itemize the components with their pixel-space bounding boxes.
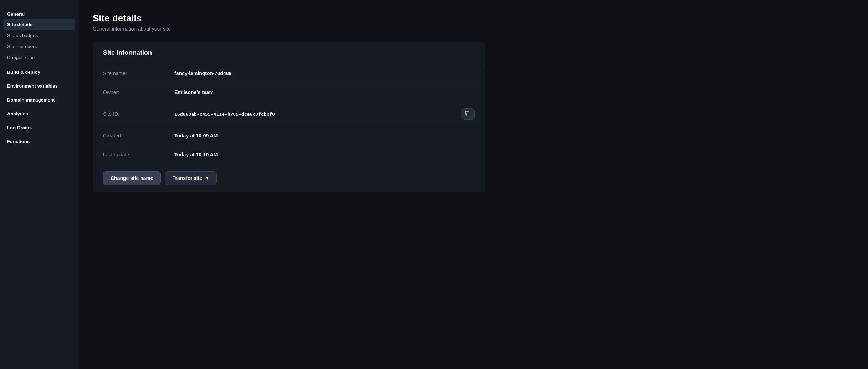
- sidebar-section-logdrains: Log Drains: [0, 122, 78, 132]
- sidebar-section-functions: Functions: [0, 136, 78, 146]
- sidebar-section-domain: Domain management: [0, 94, 78, 105]
- sidebar-section-general: General: [0, 9, 78, 19]
- sidebar-item-site-members[interactable]: Site members: [0, 41, 78, 52]
- card-title: Site information: [103, 49, 475, 57]
- info-value-site-name: fancy-lamington-73d489: [174, 71, 475, 76]
- card-actions: Change site name Transfer site ▼: [93, 164, 485, 192]
- main-content: Site details General information about y…: [78, 0, 868, 369]
- change-site-name-button[interactable]: Change site name: [103, 171, 161, 185]
- info-label-site-name: Site name:: [103, 71, 174, 76]
- site-information-card: Site information Site name: fancy-laming…: [93, 42, 485, 192]
- info-row-created: Created: Today at 10:09 AM: [93, 126, 485, 145]
- info-row-last-update: Last update: Today at 10:10 AM: [93, 145, 485, 164]
- svg-rect-0: [467, 113, 470, 116]
- info-value-created: Today at 10:09 AM: [174, 133, 475, 139]
- sidebar-item-status-badges[interactable]: Status badges: [0, 30, 78, 41]
- info-value-site-id: 16d660ab-c455-411e-b769-dce6c0fcbbf0: [174, 111, 461, 117]
- sidebar-section-build: Build & deploy: [0, 67, 78, 77]
- info-label-site-id: Site ID:: [103, 111, 174, 117]
- page-title: Site details: [93, 13, 854, 24]
- annotation-arrow: [93, 168, 100, 191]
- sidebar: General Site details Status badges Site …: [0, 0, 78, 369]
- svg-marker-1: [93, 181, 93, 188]
- copy-icon: [465, 111, 471, 117]
- sidebar-section-analytics: Analytics: [0, 108, 78, 119]
- info-label-created: Created:: [103, 133, 174, 139]
- copy-site-id-button[interactable]: [461, 108, 475, 120]
- chevron-down-icon: ▼: [205, 176, 209, 181]
- page-subtitle: General information about your site: [93, 26, 854, 32]
- info-label-owner: Owner:: [103, 89, 174, 95]
- info-value-last-update: Today at 10:10 AM: [174, 152, 475, 157]
- transfer-site-label: Transfer site: [173, 175, 202, 181]
- sidebar-item-label: Site members: [7, 44, 37, 49]
- arrow-svg: [93, 168, 100, 189]
- info-row-owner: Owner: Emilsone's team: [93, 83, 485, 102]
- info-label-last-update: Last update:: [103, 152, 174, 157]
- info-value-owner: Emilsone's team: [174, 89, 475, 95]
- info-row-site-name: Site name: fancy-lamington-73d489: [93, 64, 485, 83]
- layout: General Site details Status badges Site …: [0, 0, 868, 369]
- sidebar-section-env: Environment variables: [0, 80, 78, 91]
- card-header: Site information: [93, 42, 485, 64]
- sidebar-item-label: Danger zone: [7, 55, 35, 60]
- sidebar-item-label: Status badges: [7, 33, 38, 38]
- sidebar-item-site-details[interactable]: Site details: [3, 19, 75, 30]
- info-row-site-id: Site ID: 16d660ab-c455-411e-b769-dce6c0f…: [93, 102, 485, 126]
- transfer-site-button[interactable]: Transfer site ▼: [165, 171, 217, 185]
- sidebar-item-danger-zone[interactable]: Danger zone: [0, 52, 78, 63]
- sidebar-item-label: Site details: [7, 22, 32, 27]
